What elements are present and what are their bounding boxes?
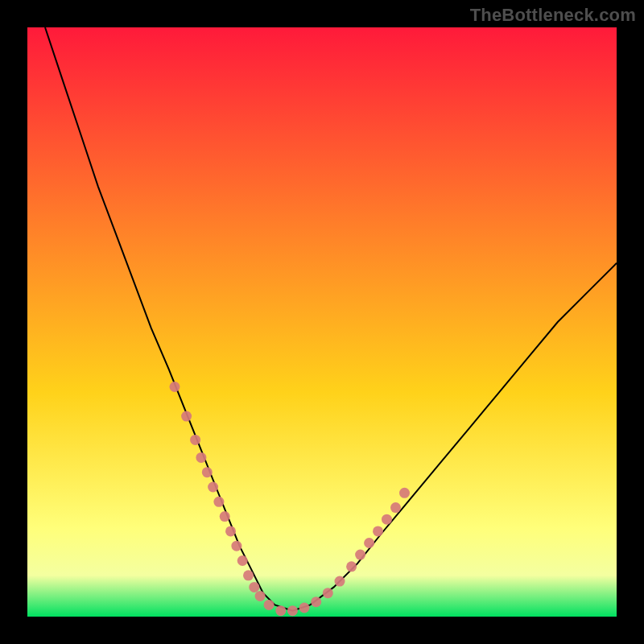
chart-svg: [27, 27, 617, 617]
highlight-dot: [220, 511, 230, 522]
highlight-dot: [231, 541, 242, 551]
watermark-text: TheBottleneck.com: [470, 5, 636, 26]
highlight-dot: [225, 526, 236, 536]
highlight-dot: [399, 488, 410, 498]
highlight-dot: [390, 502, 401, 513]
highlight-dot: [323, 588, 333, 598]
highlight-dot: [181, 411, 192, 422]
highlight-dot: [208, 482, 218, 493]
plot-area: [27, 27, 617, 617]
highlight-dot: [213, 497, 224, 507]
chart-frame: TheBottleneck.com: [0, 0, 644, 644]
highlight-dot: [287, 605, 298, 616]
background-gradient: [27, 27, 617, 617]
highlight-dot: [373, 526, 383, 536]
highlight-dot: [237, 555, 248, 566]
highlight-dot: [249, 582, 259, 592]
highlight-dot: [202, 467, 213, 477]
highlight-dot: [311, 597, 321, 607]
highlight-dot: [382, 514, 392, 525]
highlight-dot: [196, 452, 206, 463]
highlight-dot: [364, 538, 374, 548]
highlight-dot: [255, 591, 266, 601]
highlight-dot: [346, 561, 357, 572]
highlight-dot: [299, 603, 310, 613]
highlight-dot: [170, 382, 180, 392]
highlight-dot: [243, 570, 254, 580]
highlight-dot: [335, 576, 345, 587]
highlight-dot: [190, 435, 200, 445]
highlight-dot: [355, 550, 365, 560]
highlight-dot: [264, 600, 275, 610]
highlight-dot: [275, 605, 286, 616]
